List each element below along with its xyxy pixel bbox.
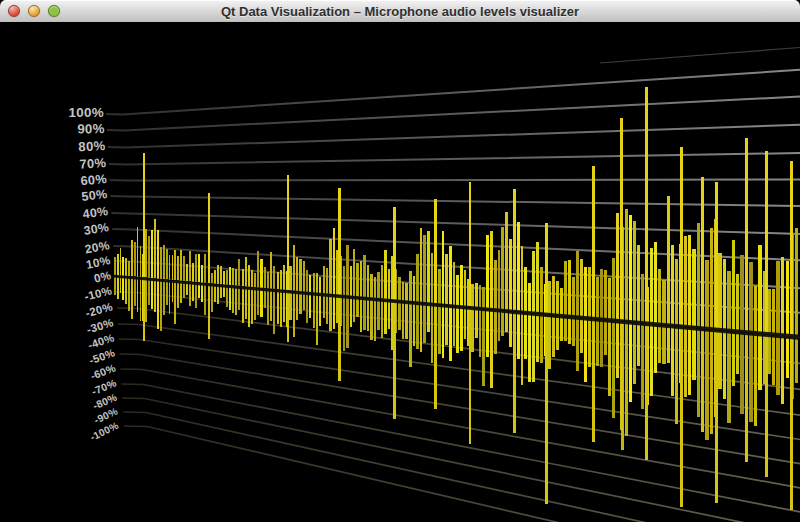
grid-line: [108, 125, 800, 148]
audio-bar: [270, 252, 272, 288]
grid-line: [110, 180, 800, 181]
audio-bar: [509, 312, 512, 347]
audio-bar: [232, 268, 234, 286]
audio-bar: [701, 177, 704, 328]
audio-bar: [140, 246, 142, 277]
audio-bar: [423, 304, 426, 343]
audio-bar: [667, 326, 670, 363]
audio-bar: [688, 235, 691, 327]
audio-bar: [125, 258, 127, 276]
audio-bar: [490, 231, 493, 309]
audio-bar: [204, 284, 206, 315]
chart-3d-view[interactable]: 100%90%80%70%60%50%40%30%20%10%0%-10%-20…: [0, 22, 800, 522]
audio-bar: [498, 311, 501, 341]
audio-bar: [120, 248, 122, 276]
audio-bar: [765, 151, 768, 334]
audio-bar: [180, 250, 182, 281]
audio-bar: [680, 327, 683, 507]
audio-bar: [536, 242, 539, 313]
audio-bar: [710, 330, 713, 434]
audio-bar: [338, 188, 340, 295]
audio-bar: [434, 199, 436, 304]
audio-bar: [120, 277, 122, 293]
audio-bar: [413, 303, 416, 347]
audio-bar: [293, 292, 295, 337]
audio-bar: [405, 283, 408, 301]
window-titlebar[interactable]: Qt Data Visualization – Microphone audio…: [0, 0, 800, 23]
window-title: Qt Data Visualization – Microphone audio…: [70, 0, 730, 22]
audio-bar: [306, 293, 308, 323]
audio-bar: [277, 290, 279, 324]
audio-bar: [117, 254, 119, 276]
audio-bar: [629, 215, 632, 322]
audio-bar: [267, 272, 269, 288]
audio-bar: [254, 273, 256, 287]
audio-bar: [242, 287, 244, 322]
audio-bar: [177, 281, 179, 308]
window-controls: [8, 5, 60, 17]
audio-bar: [198, 254, 200, 282]
audio-bar: [576, 251, 579, 317]
audio-bar: [795, 338, 799, 383]
audio-bar: [370, 299, 372, 340]
audio-bar: [727, 332, 730, 423]
minimize-button[interactable]: [28, 5, 40, 17]
audio-bar: [409, 271, 412, 301]
audio-bar: [323, 295, 325, 319]
audio-bar: [267, 290, 269, 325]
audio-bar: [211, 273, 213, 284]
audio-bar: [273, 266, 275, 289]
audio-bar: [505, 212, 508, 310]
audio-bar: [214, 270, 216, 284]
audio-bar: [697, 329, 700, 417]
zoom-button[interactable]: [48, 5, 60, 17]
audio-bar: [701, 329, 704, 431]
audio-bar: [280, 270, 282, 290]
audio-bar: [680, 147, 683, 326]
audio-bar: [688, 328, 691, 395]
audio-bar: [482, 287, 485, 308]
close-button[interactable]: [8, 5, 20, 17]
audio-bar: [620, 322, 623, 430]
audio-bar: [471, 308, 474, 352]
audio-bar: [336, 250, 338, 295]
audio-bar: [163, 245, 165, 279]
audio-bar: [192, 283, 194, 301]
audio-bar: [705, 260, 708, 329]
audio-bar: [264, 289, 266, 308]
audio-bar: [684, 328, 687, 397]
audio-bar: [572, 277, 575, 317]
audio-bar: [229, 267, 231, 285]
audio-bar: [316, 273, 318, 293]
audio-bar: [398, 302, 401, 330]
audio-bar: [604, 270, 607, 319]
audio-bar: [235, 269, 237, 285]
audio-bar: [633, 221, 636, 322]
audio-bar: [749, 334, 752, 423]
audio-bar: [528, 313, 531, 381]
audio-bar: [723, 259, 726, 330]
audio-bar: [238, 259, 240, 286]
audio-bar: [313, 294, 315, 328]
audio-bar: [260, 259, 262, 288]
audio-bar: [114, 257, 116, 276]
audio-bar: [442, 305, 445, 357]
audio-bar: [360, 261, 362, 297]
audio-bar: [758, 334, 761, 389]
audio-bar: [736, 274, 739, 332]
audio-bar: [346, 297, 348, 349]
audio-bar: [367, 265, 369, 298]
audio-bar: [166, 280, 168, 305]
audio-bar: [353, 249, 355, 297]
audio-bar: [524, 313, 527, 358]
audio-bar: [248, 288, 250, 327]
audio-bar: [625, 209, 628, 322]
audio-bar: [299, 259, 301, 291]
audio-bar: [460, 307, 463, 351]
audio-bar: [705, 330, 708, 441]
audio-bar: [264, 267, 266, 288]
audio-bar: [776, 336, 779, 395]
audio-bar: [166, 249, 168, 279]
audio-bar: [475, 309, 478, 339]
grid-line: [123, 412, 800, 522]
